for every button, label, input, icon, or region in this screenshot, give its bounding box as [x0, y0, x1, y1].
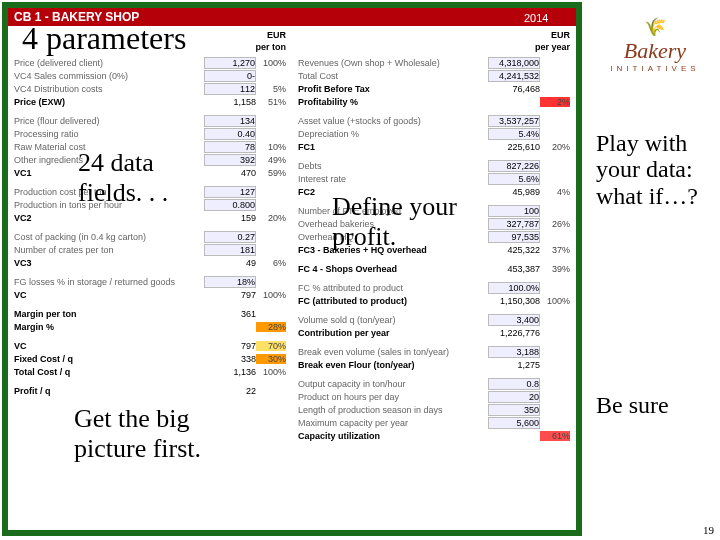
overlay-play-with-data: Play with your data: what if…?	[596, 130, 706, 209]
row-pct: 28%	[256, 322, 286, 332]
overlay-define-profit: Define your profit.	[332, 192, 492, 252]
row-pct: 61%	[540, 431, 570, 441]
row-value: 100.0%	[488, 282, 540, 294]
row-label: Maximum capacity per year	[298, 418, 488, 428]
row-value: 3,188	[488, 346, 540, 358]
data-row: Margin per ton361	[14, 307, 286, 320]
row-value: 338	[206, 354, 256, 364]
row-value: 45,989	[490, 187, 540, 197]
unit-eur-r: EUR	[551, 30, 570, 40]
row-value: 1,275	[490, 360, 540, 370]
row-label: Total Cost	[298, 71, 488, 81]
row-value: 100	[488, 205, 540, 217]
row-value: 5.4%	[488, 128, 540, 140]
data-row: Interest rate5.6%	[298, 172, 570, 185]
row-pct: 100%	[256, 58, 286, 68]
row-label: VC	[14, 290, 206, 300]
row-label: Profit Before Tax	[298, 84, 490, 94]
data-row: VC797100%	[14, 288, 286, 301]
row-pct: 10%	[256, 142, 286, 152]
row-label: VC3	[14, 258, 206, 268]
row-label: Break even volume (sales in ton/year)	[298, 347, 488, 357]
left-rows: Price (delivered client)1,270100%VC4 Sal…	[14, 56, 286, 403]
row-value: 425,322	[490, 245, 540, 255]
data-row: FC (attributed to product)1,150,308100%	[298, 294, 570, 307]
data-row: VC79770%	[14, 339, 286, 352]
unit-eur: EUR	[267, 30, 286, 40]
data-row: FC 4 - Shops Overhead453,38739%	[298, 262, 570, 275]
row-label: VC2	[14, 213, 206, 223]
row-pct: 70%	[256, 341, 286, 351]
data-row: FC % attributed to product100.0%	[298, 281, 570, 294]
data-row: Capacity utilization61%	[298, 429, 570, 442]
data-row: Profit Before Tax76,468	[298, 82, 570, 95]
bakery-logo: 🌾 Bakery INITIATIVES	[594, 16, 716, 73]
row-pct: 49%	[256, 155, 286, 165]
overlay-be-sure: Be sure	[596, 392, 706, 418]
data-row: Number of crates per ton181	[14, 243, 286, 256]
row-pct: 100%	[540, 296, 570, 306]
data-row: Contribution per year1,226,776	[298, 326, 570, 339]
row-label: FC (attributed to product)	[298, 296, 490, 306]
row-value: 1,158	[206, 97, 256, 107]
row-value: 4,241,532	[488, 70, 540, 82]
row-value: 1,270	[204, 57, 256, 69]
row-value: 3,537,257	[488, 115, 540, 127]
row-value: 3,400	[488, 314, 540, 326]
row-label: FC1	[298, 142, 490, 152]
logo-text: Bakery	[594, 38, 716, 64]
data-row: Cost of packing (in 0.4 kg carton)0.27	[14, 230, 286, 243]
row-value: 76,468	[490, 84, 540, 94]
row-label: Break even Flour (ton/year)	[298, 360, 490, 370]
row-value: 20	[488, 391, 540, 403]
row-pct: 6%	[256, 258, 286, 268]
row-value: 225,610	[490, 142, 540, 152]
row-label: Profitability %	[298, 97, 490, 107]
row-label: Revenues (Own shop + Wholesale)	[298, 58, 488, 68]
row-label: FC 4 - Shops Overhead	[298, 264, 490, 274]
year-label: 2014	[524, 12, 548, 24]
row-pct: 5%	[256, 84, 286, 94]
row-label: VC4 Sales commission (0%)	[14, 71, 204, 81]
row-value: 1,136	[206, 367, 256, 377]
data-row: Profitability %2%	[298, 95, 570, 108]
row-value: 5.6%	[488, 173, 540, 185]
row-label: Number of crates per ton	[14, 245, 204, 255]
data-row: Price (flour delivered)134	[14, 114, 286, 127]
row-label: Output capacity in ton/hour	[298, 379, 488, 389]
data-row: Margin %28%	[14, 320, 286, 333]
row-label: Fixed Cost / q	[14, 354, 206, 364]
row-pct: 26%	[540, 219, 570, 229]
row-value: 18%	[204, 276, 256, 288]
row-label: Interest rate	[298, 174, 488, 184]
data-row: Volume sold q (ton/year)3,400	[298, 313, 570, 326]
data-row: VC215920%	[14, 211, 286, 224]
right-column: EUR per year Revenues (Own shop + Wholes…	[292, 26, 576, 530]
row-label: Total Cost / q	[14, 367, 206, 377]
row-label: VC4 Distribution costs	[14, 84, 204, 94]
row-value: 181	[204, 244, 256, 256]
row-value: 1,150,308	[490, 296, 540, 306]
row-value: 5,600	[488, 417, 540, 429]
data-row: Debts827,226	[298, 159, 570, 172]
data-row: Total Cost4,241,532	[298, 69, 570, 82]
row-value: 49	[206, 258, 256, 268]
row-pct: 2%	[540, 97, 570, 107]
data-row: Total Cost / q1,136100%	[14, 365, 286, 378]
row-value: 453,387	[490, 264, 540, 274]
data-row: Break even Flour (ton/year)1,275	[298, 358, 570, 371]
data-row: Depreciation %5.4%	[298, 127, 570, 140]
row-label: Contribution per year	[298, 328, 490, 338]
data-row: FC1225,61020%	[298, 140, 570, 153]
row-label: Product on hours per day	[298, 392, 488, 402]
row-value: 4,318,000	[488, 57, 540, 69]
row-value: 159	[206, 213, 256, 223]
row-label: FC % attributed to product	[298, 283, 488, 293]
row-value: 22	[206, 386, 256, 396]
row-label: Capacity utilization	[298, 431, 490, 441]
row-value: 827,226	[488, 160, 540, 172]
row-value: 0.27	[204, 231, 256, 243]
data-row: Price (EXW)1,15851%	[14, 95, 286, 108]
row-value: 797	[206, 290, 256, 300]
row-value: 0-	[204, 70, 256, 82]
